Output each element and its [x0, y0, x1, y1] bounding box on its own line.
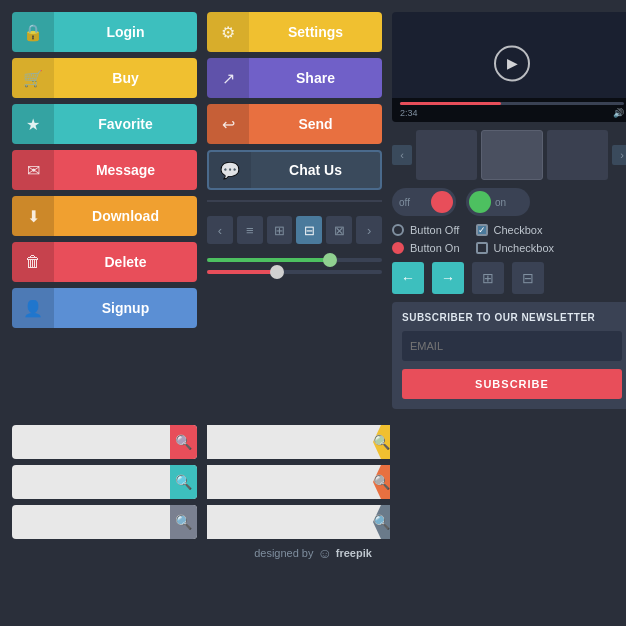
footer: designed by ☺ freepik: [0, 545, 626, 565]
newsletter-subscribe-button[interactable]: SUBSCRIBE: [402, 369, 622, 399]
share-button[interactable]: ↗ Share: [207, 58, 382, 98]
radio-on-label: Button On: [410, 242, 460, 254]
delete-button[interactable]: 🗑 Delete: [12, 242, 197, 282]
img-slide-2: [481, 130, 544, 180]
star-icon: ★: [12, 104, 54, 144]
checkbox-unchecked: [476, 242, 488, 254]
video-progress-fill: [400, 102, 501, 105]
next-page-button[interactable]: ›: [356, 216, 382, 244]
settings-button[interactable]: ⚙ Settings: [207, 12, 382, 52]
checkbox-checked: ✓: [476, 224, 488, 236]
slider-red-thumb[interactable]: [270, 265, 284, 279]
radio-circle-on: [392, 242, 404, 254]
divider: [207, 200, 382, 202]
favorite-label: Favorite: [54, 116, 197, 132]
search-arrow-input-2[interactable]: [207, 475, 373, 489]
grid-2-button[interactable]: ⊞: [267, 216, 293, 244]
chat-label: Chat Us: [251, 162, 380, 178]
nav-right-arrow[interactable]: →: [432, 262, 464, 294]
nav-arrows-section: ← → ⊞ ⊟: [392, 262, 626, 294]
search-arrow-input-1[interactable]: [207, 435, 373, 449]
send-button[interactable]: ↩ Send: [207, 104, 382, 144]
slider-red-track[interactable]: [207, 270, 382, 274]
delete-label: Delete: [54, 254, 197, 270]
grid-6-button[interactable]: ⊠: [326, 216, 352, 244]
nav-compress-icon[interactable]: ⊟: [512, 262, 544, 294]
search-arrow-button-1[interactable]: 🔍: [373, 425, 390, 459]
search-bar-arrow-3: 🔍: [207, 505, 382, 539]
uncheckbox-label: Uncheckbox: [494, 242, 555, 254]
toggle-off-label: off: [399, 197, 410, 208]
list-view-button[interactable]: ≡: [237, 216, 263, 244]
envelope-icon: ✉: [12, 150, 54, 190]
img-slide-1: [416, 130, 477, 180]
search-bars-left: 🔍 🔍 🔍: [12, 425, 197, 539]
radio-circle-off: [392, 224, 404, 236]
radio-checkbox-section: Button Off Button On ✓ Checkbox Uncheckb…: [392, 224, 626, 254]
video-progress-bar[interactable]: [400, 102, 624, 105]
img-slider-next[interactable]: ›: [612, 145, 626, 165]
search-button-2[interactable]: 🔍: [170, 465, 197, 499]
img-slide-3: [547, 130, 608, 180]
message-label: Message: [54, 162, 197, 178]
share-icon: ↗: [207, 58, 249, 98]
signup-button[interactable]: 👤 Signup: [12, 288, 197, 328]
search-bars-mid: 🔍 🔍 🔍: [207, 425, 382, 539]
toggle-on-label: on: [495, 197, 506, 208]
grid-4-button[interactable]: ⊟: [296, 216, 322, 244]
radio-item-off[interactable]: Button Off: [392, 224, 460, 236]
download-button[interactable]: ⬇ Download: [12, 196, 197, 236]
footer-text: designed by: [254, 547, 313, 559]
search-input-3[interactable]: [20, 515, 170, 529]
chat-button[interactable]: 💬 Chat Us: [207, 150, 382, 190]
search-input-1[interactable]: [20, 435, 170, 449]
gear-icon: ⚙: [207, 12, 249, 52]
video-time-row: 2:34 🔊: [400, 108, 624, 118]
login-label: Login: [54, 24, 197, 40]
login-button[interactable]: 🔒 Login: [12, 12, 197, 52]
search-bar-arrow-1: 🔍: [207, 425, 382, 459]
slider-green-row: [207, 258, 382, 262]
video-controls: 2:34 🔊: [392, 98, 626, 122]
newsletter-email-input[interactable]: [402, 331, 622, 361]
radio-item-on[interactable]: Button On: [392, 242, 460, 254]
footer-spacer: [392, 421, 626, 539]
slider-red-row: [207, 270, 382, 274]
radio-off-label: Button Off: [410, 224, 459, 236]
nav-expand-icon[interactable]: ⊞: [472, 262, 504, 294]
search-arrow-input-3[interactable]: [207, 515, 373, 529]
footer-logo: designed by ☺ freepik: [254, 545, 372, 561]
nav-left-arrow[interactable]: ←: [392, 262, 424, 294]
message-button[interactable]: ✉ Message: [12, 150, 197, 190]
search-bar-2: 🔍: [12, 465, 197, 499]
video-play-button[interactable]: ▶: [494, 45, 530, 81]
settings-label: Settings: [249, 24, 382, 40]
image-slider: ‹ ›: [392, 130, 626, 180]
checkbox-item-checked[interactable]: ✓ Checkbox: [476, 224, 555, 236]
search-arrow-button-2[interactable]: 🔍: [373, 465, 390, 499]
chat-icon: 💬: [209, 150, 251, 190]
freepik-logo-icon: ☺: [317, 545, 331, 561]
slider-green-track[interactable]: [207, 258, 382, 262]
checkbox-label: Checkbox: [494, 224, 543, 236]
search-button-1[interactable]: 🔍: [170, 425, 197, 459]
favorite-button[interactable]: ★ Favorite: [12, 104, 197, 144]
slider-green-thumb[interactable]: [323, 253, 337, 267]
newsletter-section: SUBSCRIBER TO OUR NEWSLETTER SUBSCRIBE: [392, 302, 626, 409]
slider-red-fill: [207, 270, 277, 274]
footer-brand: freepik: [336, 547, 372, 559]
search-arrow-button-3[interactable]: 🔍: [373, 505, 390, 539]
buy-button[interactable]: 🛒 Buy: [12, 58, 197, 98]
toggle-on[interactable]: on: [466, 188, 530, 216]
user-icon: 👤: [12, 288, 54, 328]
toggle-off[interactable]: off: [392, 188, 456, 216]
checkbox-item-unchecked[interactable]: Uncheckbox: [476, 242, 555, 254]
slider-green-fill: [207, 258, 330, 262]
search-bar-arrow-2: 🔍: [207, 465, 382, 499]
buy-label: Buy: [54, 70, 197, 86]
prev-page-button[interactable]: ‹: [207, 216, 233, 244]
search-input-2[interactable]: [20, 475, 170, 489]
img-slider-prev[interactable]: ‹: [392, 145, 412, 165]
send-label: Send: [249, 116, 382, 132]
search-button-3[interactable]: 🔍: [170, 505, 197, 539]
